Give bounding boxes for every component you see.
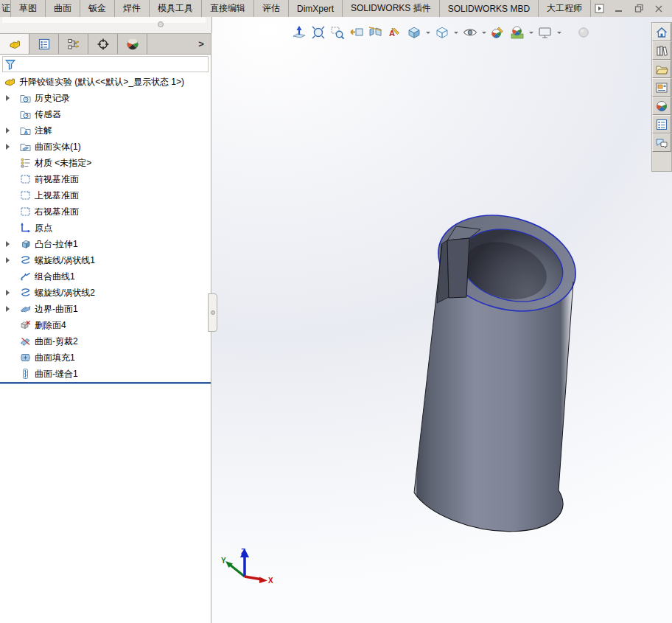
tree-item[interactable]: 上视基准面 (0, 187, 211, 203)
part-icon (4, 76, 16, 88)
ribbon-tab[interactable]: 模具工具 (150, 0, 202, 17)
notch-front-face[interactable] (447, 238, 469, 298)
tree-item[interactable]: 删除面4 (0, 317, 211, 333)
boundary-surface-icon (19, 303, 32, 315)
flyout-panel-icon[interactable] (593, 4, 605, 14)
tree-item-label: 凸台-拉伸1 (35, 238, 78, 251)
tree-item-label: 升降铰链实验 (默认<<默认>_显示状态 1>) (19, 76, 184, 88)
tree-item[interactable]: 曲面-缝合1 (0, 366, 211, 382)
ribbon-tab[interactable]: 曲面 (46, 0, 80, 17)
tree-item[interactable]: 右视基准面 (0, 203, 211, 220)
tree-item[interactable]: 材质 <未指定> (0, 155, 211, 171)
solidworks-forum-button[interactable] (652, 133, 671, 152)
tab-propertymanager[interactable] (29, 34, 59, 54)
tab-dimxpertmanager[interactable] (88, 34, 118, 54)
expand-arrow-icon[interactable] (6, 95, 19, 101)
ribbon-tab[interactable]: 评估 (254, 0, 289, 17)
panel-expand-chevron[interactable]: > (192, 34, 211, 54)
panel-splitter-handle[interactable] (208, 293, 217, 332)
file-explorer-button[interactable] (652, 60, 671, 78)
tree-item-label: 传感器 (35, 108, 61, 121)
rollback-bar[interactable] (0, 382, 211, 384)
expand-arrow-icon[interactable] (6, 241, 19, 247)
ribbon-tab[interactable]: 焊件 (115, 0, 150, 17)
tree-item[interactable]: 原点 (0, 220, 211, 236)
plane-icon (19, 173, 32, 185)
surface-trim-icon (19, 335, 32, 347)
tree-item-label: 注解 (35, 125, 52, 137)
feature-manager-panel: > 升降铰链实验 (默认<<默认>_显示状态 1>)历史记录传感器注解曲面实体(… (0, 33, 211, 623)
appearance-sphere-icon (655, 100, 668, 113)
reference-triad: Y Z X (221, 548, 273, 585)
minimize-icon[interactable] (613, 4, 625, 14)
close-icon[interactable] (653, 4, 665, 14)
tree-item-label: 螺旋线/涡状线1 (35, 254, 95, 267)
view-palette-button[interactable] (652, 78, 671, 97)
tree-item-label: 前视基准面 (35, 173, 79, 186)
ribbon-tab[interactable]: 直接编辑 (202, 0, 254, 17)
folder-icon (655, 63, 668, 76)
tree-item[interactable]: 传感器 (0, 106, 211, 122)
solidworks-resources-button[interactable] (652, 23, 671, 41)
splitter-grip-dot[interactable] (211, 310, 215, 315)
folder-sensor-icon (19, 108, 32, 120)
tree-item-label: 边界-曲面1 (35, 303, 78, 316)
strip-grip-handle[interactable] (158, 21, 164, 27)
ribbon-tab[interactable]: SOLIDWORKS 插件 (343, 0, 440, 17)
graphics-viewport[interactable]: A (212, 17, 672, 623)
tree-item[interactable]: 曲面填充1 (0, 349, 211, 366)
tree-item-label: 上视基准面 (35, 189, 79, 202)
surface-fill-icon (19, 352, 32, 363)
tree-item[interactable]: 螺旋线/涡状线2 (0, 285, 211, 301)
appearances-scenes-button[interactable] (652, 97, 671, 115)
tree-item[interactable]: 螺旋线/涡状线1 (0, 252, 211, 268)
filter-input[interactable] (18, 58, 208, 71)
part-icon (8, 38, 21, 51)
folder-history-icon (19, 92, 32, 104)
ribbon-tab-bar: 证草图曲面钣金焊件模具工具直接编辑评估DimXpertSOLIDWORKS 插件… (0, 0, 672, 18)
ribbon-tabs: 证草图曲面钣金焊件模具工具直接编辑评估DimXpertSOLIDWORKS 插件… (0, 0, 591, 17)
expand-arrow-icon[interactable] (6, 128, 19, 133)
helix-icon (19, 287, 32, 299)
tree-item-label: 原点 (35, 222, 52, 234)
window-controls (593, 0, 672, 17)
plane-icon (19, 189, 32, 201)
tree-item[interactable]: 曲面实体(1) (0, 139, 211, 155)
expand-arrow-icon[interactable] (6, 144, 19, 150)
origin-icon (19, 222, 32, 234)
composite-curve-icon (19, 271, 32, 282)
tree-item[interactable]: 组合曲线1 (0, 268, 211, 285)
surface-knit-icon (19, 368, 32, 380)
tab-configurationmanager[interactable] (59, 34, 88, 54)
expand-arrow-icon[interactable] (6, 257, 19, 263)
tree-item-label: 曲面实体(1) (35, 141, 81, 153)
tree-root-item[interactable]: 升降铰链实验 (默认<<默认>_显示状态 1>) (0, 74, 211, 90)
configuration-icon (67, 38, 80, 51)
tree-item[interactable]: 前视基准面 (0, 171, 211, 187)
ribbon-tab[interactable]: DimXpert (289, 0, 343, 17)
ribbon-tab[interactable]: 证 (0, 0, 11, 17)
expand-arrow-icon[interactable] (6, 306, 19, 312)
ribbon-tab[interactable]: SOLIDWORKS MBD (440, 0, 539, 17)
tree-item-label: 右视基准面 (35, 206, 79, 218)
restore-icon[interactable] (633, 4, 645, 14)
property-list-icon (38, 38, 51, 51)
design-library-button[interactable] (652, 41, 671, 60)
tab-displaymanager[interactable] (118, 34, 147, 54)
tree-item[interactable]: 边界-曲面1 (0, 301, 211, 317)
tree-item[interactable]: 凸台-拉伸1 (0, 236, 211, 252)
ribbon-tab[interactable]: 草图 (11, 0, 46, 17)
tree-item[interactable]: 历史记录 (0, 90, 211, 106)
filter-funnel-icon[interactable] (4, 58, 16, 71)
folder-annotations-icon (19, 125, 32, 136)
tab-featuremanager[interactable] (0, 34, 29, 54)
delete-face-icon (19, 319, 32, 331)
expand-arrow-icon[interactable] (6, 290, 19, 296)
ribbon-tab[interactable]: 钣金 (80, 0, 115, 17)
tree-item[interactable]: 曲面-剪裁2 (0, 333, 211, 349)
model-3d-cylinder[interactable]: Y Z X (212, 17, 672, 623)
custom-properties-button[interactable] (652, 115, 671, 133)
tree-item[interactable]: 注解 (0, 122, 211, 139)
ribbon-tab[interactable]: 大工程师 (539, 0, 591, 17)
helix-icon (19, 254, 32, 266)
